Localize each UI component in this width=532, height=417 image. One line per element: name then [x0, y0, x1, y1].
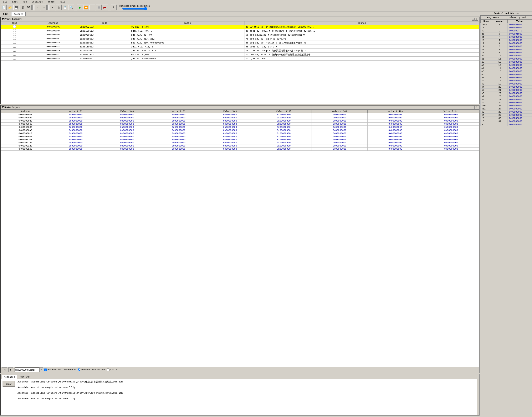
print-button[interactable]: 🖨 — [20, 5, 25, 10]
breakpoint-checkbox[interactable] — [13, 45, 16, 48]
tab-run-io[interactable]: Run I/O — [18, 375, 32, 379]
copy-button[interactable]: ⎘ — [56, 5, 62, 10]
hex-values-checkbox[interactable] — [78, 368, 80, 371]
reg-value: 0x00000000 — [508, 57, 532, 61]
data-segment-maximize[interactable]: □ — [475, 106, 478, 109]
separator-3 — [75, 5, 76, 10]
new-button[interactable]: 📄 — [1, 5, 7, 10]
text-segment-scroll[interactable]: Bkpt Address Code Basic Source 0x0000300… — [1, 21, 479, 104]
messages-content[interactable]: Assemble: assembling C:\Users\MSI\OneDri… — [17, 379, 477, 415]
breakpoint-checkbox[interactable] — [13, 37, 16, 40]
text-segment-row[interactable]: 0x00003004 0x00100613 addi x12, x0, 1 4:… — [1, 29, 479, 33]
reg-name: s4 — [480, 85, 492, 89]
data-seg-col-header: Value (+10) — [256, 110, 312, 113]
breakpoint-checkbox[interactable] — [13, 41, 16, 44]
text-segment-row[interactable]: 0x0000301c 0x00d02423 sw x13, 8(x0) 12: … — [1, 53, 479, 57]
breakpoint-checkbox[interactable] — [13, 53, 16, 56]
data-segment-title-area: 🗔 Data Segment — [2, 106, 22, 109]
reg-name: a0 — [480, 54, 492, 57]
row-code: 0x0000006f — [79, 57, 130, 61]
ds-row-value: 0x00000000 — [423, 119, 479, 123]
data-segment-minimize[interactable]: _ — [472, 106, 475, 109]
ds-row-value: 0x00000000 — [50, 123, 101, 126]
hex-addresses-label[interactable]: Hexadecimal Addresses — [44, 368, 76, 371]
speed-slider[interactable] — [122, 7, 147, 10]
fast-run-button[interactable]: ⏩ — [83, 5, 89, 10]
hex-values-label[interactable]: Hexadecimal Values — [78, 368, 106, 371]
messages-scrollbar[interactable] — [477, 379, 479, 415]
clear-button[interactable]: Clear — [2, 381, 15, 387]
breakpoint-checkbox[interactable] — [13, 33, 16, 36]
ascii-label[interactable]: ASCII — [107, 368, 117, 371]
reg-name: s7 — [480, 95, 492, 98]
undo-button[interactable]: ↩ — [35, 5, 40, 10]
register-scroll[interactable]: Name Number Value zero 0 0x00000000 ra 1… — [480, 19, 532, 416]
ds-row-value: 0x00000000 — [312, 132, 367, 135]
menu-tools[interactable]: Tools — [47, 0, 55, 3]
data-segment-scroll[interactable]: AddressValue (+0)Value (+4)Value (+8)Val… — [1, 109, 479, 367]
tab-edit[interactable]: Edit — [1, 12, 11, 16]
tab-messages[interactable]: Messages — [2, 375, 17, 379]
reg-value: 0x00000000 — [508, 51, 532, 54]
tab-execute[interactable]: Execute — [11, 12, 25, 16]
find-replace-button[interactable]: 🔍 — [68, 5, 74, 10]
ds-row-value: 0x00000000 — [312, 119, 367, 123]
reg-value: 0x00000000 — [508, 23, 532, 26]
help-button[interactable]: ? — [111, 5, 116, 10]
cut-button[interactable]: ✂ — [50, 5, 55, 10]
address-input[interactable] — [15, 367, 40, 372]
text-segment-row[interactable]: 0x00003014 0x00160613 addi x12, x12, 1 9… — [1, 45, 479, 49]
address-dropdown-arrow[interactable]: ▼ — [40, 367, 43, 372]
paste-button[interactable]: 📋 — [62, 5, 68, 10]
breakpoint-checkbox[interactable] — [13, 25, 16, 28]
ds-row-value: 0x00000000 — [423, 141, 479, 144]
save-button[interactable]: 💾 — [13, 5, 19, 10]
menu-run[interactable]: Run — [22, 0, 28, 3]
data-segment-row: 0x000000800x000000000x000000000x00000000… — [1, 126, 479, 129]
text-segment-row[interactable]: 0x00003010 0x00a60663 beq x12, x10, 0x00… — [1, 41, 479, 45]
text-segment-row[interactable]: 0x00003018 0xff5ff06f jal x0, 0xfffffff4… — [1, 49, 479, 53]
text-segment-row[interactable]: 0x00003000 0x00002503 lw x10, 0(x0) 3: l… — [1, 25, 479, 29]
reg-number: 22 — [492, 92, 507, 95]
ds-row-value: 0x00000000 — [50, 113, 101, 116]
ds-row-value: 0x00000000 — [423, 129, 479, 132]
text-segment-row[interactable]: 0x00003020 0x0000006f jal x0, 0x00000000… — [1, 57, 479, 61]
text-segment-row[interactable]: 0x00003008 0x000006b3 add x13, x0, x0 5:… — [1, 33, 479, 37]
text-segment-maximize[interactable]: □ — [475, 18, 478, 21]
reg-value: 0x00000000 — [508, 76, 532, 79]
open-button[interactable]: 📂 — [7, 5, 13, 10]
tab-registers[interactable]: Registers — [480, 15, 506, 19]
data-segment-controls: _ □ — [472, 106, 478, 109]
reg-number: 28 — [492, 111, 507, 114]
reg-name: a2 — [480, 61, 492, 64]
reg-number: 29 — [492, 114, 507, 117]
binary-button[interactable]: 01 — [26, 5, 32, 10]
next-page-button[interactable]: ▶ — [8, 367, 13, 372]
ds-row-value: 0x00000000 — [153, 147, 204, 151]
ds-row-value: 0x00000000 — [367, 126, 423, 129]
menu-file[interactable]: File — [1, 0, 8, 3]
tab-floating-point[interactable]: Floating Point — [506, 15, 532, 19]
hex-addresses-checkbox[interactable] — [44, 368, 47, 371]
breakpoint-checkbox[interactable] — [13, 57, 16, 60]
pause-button[interactable]: ⏸ — [90, 5, 95, 10]
run-button[interactable]: ▶ — [77, 5, 83, 10]
data-segment-row: 0x000000200x000000000x000000000x00000000… — [1, 116, 479, 119]
menu-edit[interactable]: Edit — [11, 0, 18, 3]
row-code: 0x000006b3 — [79, 33, 130, 37]
menu-help[interactable]: Help — [59, 0, 66, 3]
breakpoint-checkbox[interactable] — [13, 49, 16, 52]
register-row: sp 2 0x00002ffc — [480, 29, 532, 32]
menu-settings[interactable]: Settings — [31, 0, 44, 3]
ds-row-value: 0x00000000 — [367, 138, 423, 141]
ascii-checkbox[interactable] — [107, 368, 109, 371]
reset-button[interactable]: ⏮ — [102, 5, 108, 10]
text-segment-row[interactable]: 0x0000300c 0x00c686b3 add x13, x13, x12 … — [1, 37, 479, 41]
stop-button[interactable]: ⏹ — [96, 5, 102, 10]
register-row: a3 13 0x00000000 — [480, 64, 532, 67]
speed-control: Run speed at max (no interaction) — [119, 5, 150, 10]
text-segment-minimize[interactable]: _ — [472, 18, 475, 21]
breakpoint-checkbox[interactable] — [13, 29, 16, 32]
redo-button[interactable]: ↪ — [41, 5, 47, 10]
prev-page-button[interactable]: ◀ — [2, 367, 7, 372]
